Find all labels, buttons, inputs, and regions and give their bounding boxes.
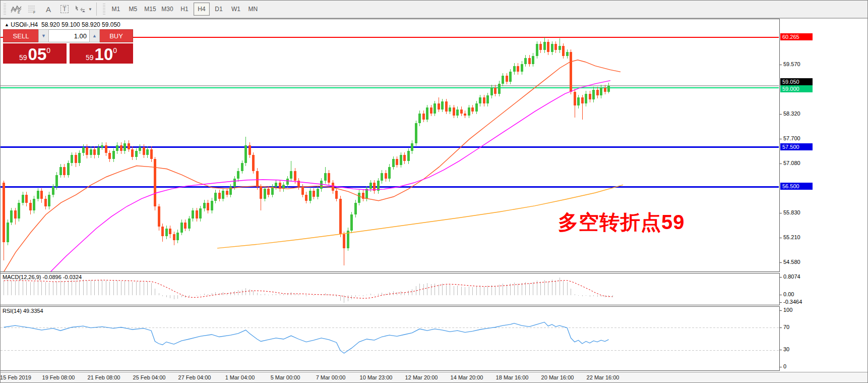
macd-panel[interactable] (1, 273, 780, 305)
time-label: 25 Feb 04:00 (133, 374, 166, 380)
candle-body (161, 227, 164, 237)
timeframe-button-m30[interactable]: M30 (159, 3, 175, 16)
candle-body (29, 203, 32, 211)
candle-body (332, 183, 334, 191)
macd-tick-0.8074: 0.8074 (783, 273, 800, 280)
candle-body (63, 167, 66, 175)
candle-body (218, 193, 221, 199)
timeframe-button-h4[interactable]: H4 (194, 3, 210, 16)
macd-label: MACD(12,26,9) -0.0896 -0.0324 (3, 274, 82, 280)
candle-body (509, 72, 512, 82)
symbol-period: USOil-,H4 (11, 21, 38, 28)
time-label: 20 Mar 16:00 (541, 374, 574, 380)
sell-price-major: 59 (19, 54, 27, 61)
candle-body (502, 76, 504, 84)
volume-input[interactable] (49, 29, 89, 42)
candle-body (445, 101, 448, 112)
candle-body (233, 179, 236, 187)
price-badge-60.265: 60.265 (780, 33, 813, 40)
timeframe-button-mn[interactable]: MN (245, 3, 261, 16)
candle-body (524, 58, 527, 64)
tick-mark (780, 295, 782, 295)
candle-body (188, 218, 191, 229)
candle-body (411, 143, 413, 151)
buy-price-major: 59 (86, 54, 94, 61)
objects-arrow-icon[interactable]: ▼ (73, 3, 93, 16)
price-tick-55.830: 55.830 (783, 209, 800, 215)
indicators-icon[interactable]: E (9, 3, 24, 16)
candle-body (475, 103, 478, 112)
candle-body (551, 44, 553, 52)
toolbar-drag-handle[interactable] (103, 4, 105, 15)
candle-body (44, 199, 47, 207)
candle-body (101, 145, 103, 147)
text-label-icon[interactable]: T (57, 3, 72, 16)
candle-body (607, 86, 610, 92)
tick-mark (780, 139, 782, 139)
data-window-icon[interactable]: F (25, 3, 40, 16)
tick-mark (780, 277, 782, 278)
candle-body (604, 88, 606, 92)
annotation-text[interactable]: 多空转折点59 (558, 208, 685, 236)
toolbar-icon-group: E F A T (8, 1, 93, 18)
candle-body (59, 167, 62, 175)
candle-body (249, 145, 251, 155)
sell-button[interactable]: SELL (3, 29, 38, 42)
rsi-tick-0: 0 (783, 363, 786, 369)
price-tick-55.210: 55.210 (783, 234, 800, 240)
letter-a-icon[interactable]: A (41, 3, 56, 16)
timeframe-button-m15[interactable]: M15 (142, 3, 158, 16)
candle-body (577, 97, 580, 105)
candle-body (135, 151, 138, 157)
candle-body (460, 110, 463, 114)
timeframe-button-m5[interactable]: M5 (125, 3, 141, 16)
rsi-chart[interactable] (1, 307, 779, 370)
candle-body (385, 173, 387, 179)
time-axis[interactable]: 15 Feb 201919 Feb 08:0021 Feb 08:0025 Fe… (1, 372, 868, 383)
candle-body (438, 103, 440, 110)
candle-body (543, 42, 546, 50)
candle-body (471, 107, 474, 112)
timeframe-button-d1[interactable]: D1 (211, 3, 227, 16)
buy-button[interactable]: BUY (100, 29, 133, 42)
candle-body (596, 90, 599, 96)
volume-increase-button[interactable]: ▲ (89, 29, 100, 42)
candle-body (55, 175, 58, 187)
candle-body (226, 191, 228, 195)
toolbar-drag-handle[interactable] (4, 4, 6, 15)
candle-body (139, 147, 141, 151)
candle-body (570, 52, 572, 92)
sell-price-display[interactable]: 59 05 0 (3, 43, 67, 64)
time-label: 21 Feb 08:00 (88, 374, 120, 380)
candle-body (350, 214, 353, 230)
candle-body (547, 42, 549, 52)
candle-body (71, 155, 73, 163)
macd-tick-0.00: 0.00 (783, 291, 794, 297)
one-click-trade-panel: SELL ▼ ▲ BUY 59 05 0 59 10 0 (3, 29, 133, 64)
timeframe-button-m1[interactable]: M1 (108, 3, 124, 16)
rsi-panel[interactable] (1, 306, 780, 371)
volume-decrease-button[interactable]: ▼ (38, 29, 49, 42)
timeframe-button-h1[interactable]: H1 (176, 3, 193, 16)
candle-body (483, 97, 485, 103)
candle-body (237, 171, 239, 179)
candle-body (158, 206, 160, 226)
timeframe-button-w1[interactable]: W1 (228, 3, 244, 16)
candle-body (203, 203, 206, 209)
candle-body (305, 195, 307, 201)
candle-body (214, 193, 217, 201)
candle-body (67, 163, 70, 175)
candle-body (176, 233, 179, 241)
macd-signal-line (4, 280, 613, 298)
price-tick-58.320: 58.320 (783, 111, 800, 117)
buy-price-display[interactable]: 59 10 0 (70, 43, 133, 64)
candle-body (415, 123, 417, 143)
candle-body (286, 179, 289, 185)
macd-chart[interactable] (1, 273, 779, 305)
candle-body (536, 44, 538, 56)
toolbar-separator (96, 3, 97, 16)
candle-body (294, 171, 296, 181)
price-axis[interactable]: 59.57058.32057.70057.08055.83055.21054.5… (780, 19, 868, 372)
candle-body (388, 167, 391, 179)
candle-body (566, 52, 569, 56)
